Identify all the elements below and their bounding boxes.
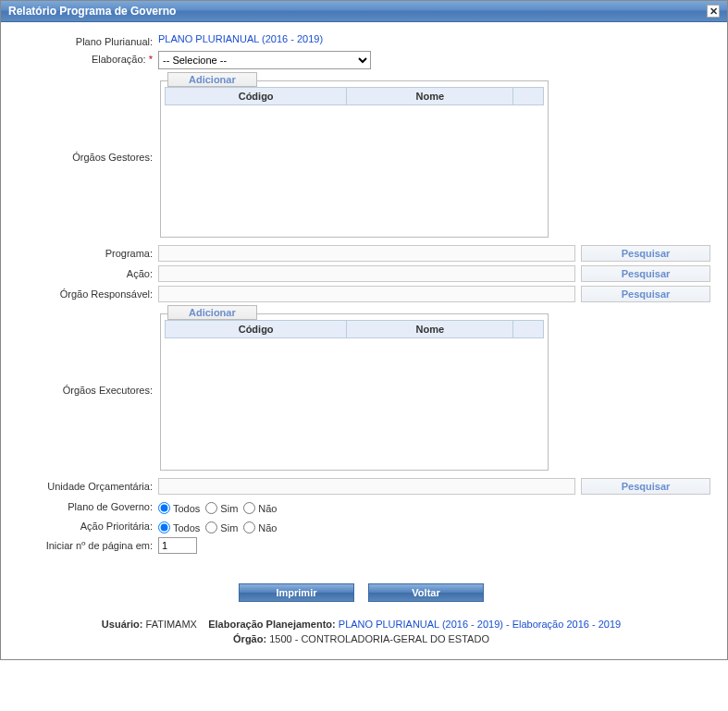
label-plano-de-governo: Plano de Governo:: [12, 498, 158, 512]
col-codigo-2: Código: [166, 321, 347, 338]
elaboracao-select[interactable]: -- Selecione --: [158, 51, 371, 69]
orgaos-gestores-box: Código Nome: [160, 80, 549, 238]
pg-todos-radio[interactable]: [158, 502, 170, 514]
label-plano-plurianual: Plano Plurianual:: [12, 33, 158, 47]
label-orgao-responsavel: Órgão Responsável:: [12, 286, 158, 300]
footer-elaboracao-link[interactable]: PLANO PLURIANUAL (2016 - 2019) - Elabora…: [339, 619, 621, 630]
acao-prioritaria-radios: Todos Sim Não: [158, 518, 710, 533]
ap-todos-radio[interactable]: [158, 521, 170, 533]
report-window: Relatório Programa de Governo ✕ Plano Pl…: [0, 0, 728, 660]
orgaos-gestores-table: Código Nome: [165, 87, 544, 105]
plano-governo-radios: Todos Sim Não: [158, 498, 710, 514]
orgaos-executores-box: Código Nome: [160, 313, 549, 471]
label-unidade-orcamentaria: Unidade Orçamentária:: [12, 478, 158, 492]
footer-line2: Órgão: 1500 - CONTROLADORIA-GERAL DO EST…: [12, 633, 710, 644]
orgao-responsavel-input[interactable]: [158, 286, 575, 302]
pg-sim-radio[interactable]: [205, 502, 217, 514]
orgaos-executores-table: Código Nome: [165, 320, 544, 338]
pg-nao-radio[interactable]: [243, 502, 255, 514]
col-actions-2: [513, 321, 544, 338]
pesquisar-unidade-button[interactable]: Pesquisar: [581, 478, 710, 495]
label-orgaos-gestores: Órgãos Gestores:: [12, 149, 158, 163]
label-iniciar-pagina: Iniciar nº de página em:: [12, 537, 158, 551]
unidade-orcamentaria-input[interactable]: [158, 478, 575, 495]
page-start-input[interactable]: [158, 537, 197, 554]
pesquisar-acao-button[interactable]: Pesquisar: [581, 265, 710, 282]
ap-sim-radio[interactable]: [205, 521, 217, 533]
window-title: Relatório Programa de Governo: [8, 5, 176, 18]
label-acao-prioritaria: Ação Prioritária:: [12, 518, 158, 532]
col-nome: Nome: [347, 88, 513, 105]
label-orgaos-executores: Órgãos Executores:: [12, 382, 158, 396]
label-programa: Programa:: [12, 245, 158, 259]
footer-buttons: Imprimir Voltar: [12, 583, 710, 602]
pesquisar-orgao-responsavel-button[interactable]: Pesquisar: [581, 286, 710, 302]
acao-input[interactable]: [158, 265, 575, 282]
imprimir-button[interactable]: Imprimir: [239, 583, 354, 602]
programa-input[interactable]: [158, 245, 575, 262]
col-codigo: Código: [166, 88, 347, 105]
close-icon[interactable]: ✕: [707, 5, 720, 18]
label-elaboracao: Elaboração: *: [12, 51, 158, 65]
adicionar-executores-button[interactable]: Adicionar: [167, 305, 257, 320]
voltar-button[interactable]: Voltar: [368, 583, 484, 602]
titlebar: Relatório Programa de Governo ✕: [1, 1, 727, 22]
label-acao: Ação:: [12, 265, 158, 279]
col-nome-2: Nome: [347, 321, 513, 338]
form-content: Plano Plurianual: PLANO PLURIANUAL (2016…: [1, 22, 727, 659]
col-actions: [513, 88, 544, 105]
ap-nao-radio[interactable]: [243, 521, 255, 533]
plano-plurianual-link[interactable]: PLANO PLURIANUAL (2016 - 2019): [158, 33, 323, 44]
adicionar-gestores-button[interactable]: Adicionar: [167, 72, 257, 87]
pesquisar-programa-button[interactable]: Pesquisar: [581, 245, 710, 262]
required-mark: *: [149, 54, 153, 65]
footer-line1: Usuário: FATIMAMX Elaboração Planejament…: [12, 619, 710, 630]
